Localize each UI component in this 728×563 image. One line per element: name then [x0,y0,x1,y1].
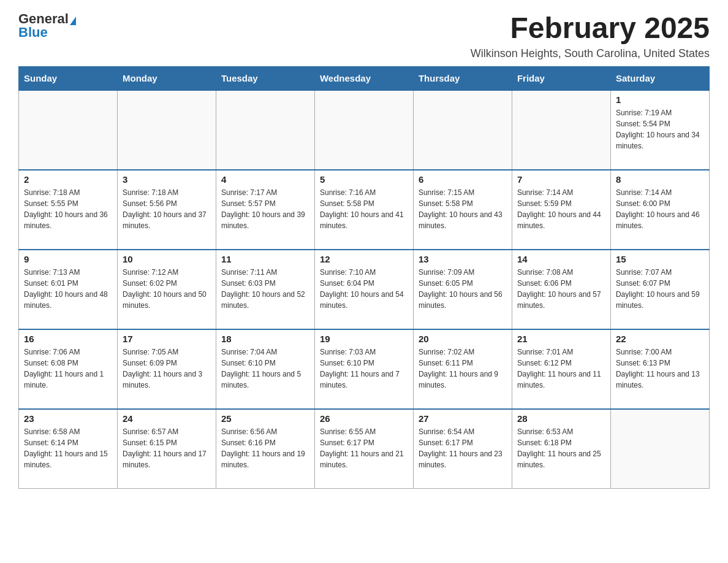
calendar-week-row: 16Sunrise: 7:06 AMSunset: 6:08 PMDayligh… [19,329,710,409]
calendar-day-cell: 26Sunrise: 6:55 AMSunset: 6:17 PMDayligh… [314,409,413,489]
day-number: 23 [24,413,112,424]
day-info: Sunrise: 7:05 AMSunset: 6:09 PMDaylight:… [123,347,211,391]
calendar-day-cell: 27Sunrise: 6:54 AMSunset: 6:17 PMDayligh… [413,409,512,489]
location-title: Wilkinson Heights, South Carolina, Unite… [471,47,710,60]
calendar-day-cell: 3Sunrise: 7:18 AMSunset: 5:56 PMDaylight… [117,170,216,250]
logo: General Blue [18,12,76,39]
calendar-week-row: 2Sunrise: 7:18 AMSunset: 5:55 PMDaylight… [19,170,710,250]
day-number: 22 [616,334,704,344]
day-info: Sunrise: 6:57 AMSunset: 6:15 PMDaylight:… [123,426,211,470]
day-info: Sunrise: 7:15 AMSunset: 5:58 PMDaylight:… [419,187,507,231]
day-info: Sunrise: 7:11 AMSunset: 6:03 PMDaylight:… [221,267,309,311]
calendar-day-cell: 8Sunrise: 7:14 AMSunset: 6:00 PMDaylight… [610,170,709,250]
calendar-table: SundayMondayTuesdayWednesdayThursdayFrid… [18,66,710,489]
day-number: 4 [221,174,309,185]
day-info: Sunrise: 7:09 AMSunset: 6:05 PMDaylight:… [419,267,507,311]
calendar-day-cell [512,90,610,170]
day-info: Sunrise: 7:14 AMSunset: 6:00 PMDaylight:… [616,187,704,231]
calendar-day-cell: 7Sunrise: 7:14 AMSunset: 5:59 PMDaylight… [512,170,610,250]
calendar-day-cell [19,90,118,170]
day-info: Sunrise: 7:04 AMSunset: 6:10 PMDaylight:… [221,347,309,391]
day-number: 14 [517,254,605,264]
calendar-day-cell: 16Sunrise: 7:06 AMSunset: 6:08 PMDayligh… [19,329,118,409]
day-info: Sunrise: 7:19 AMSunset: 5:54 PMDaylight:… [616,107,704,151]
day-number: 20 [419,334,507,344]
calendar-day-cell: 15Sunrise: 7:07 AMSunset: 6:07 PMDayligh… [610,250,709,329]
calendar-day-cell [216,90,314,170]
month-title: February 2025 [471,12,710,45]
calendar-day-cell: 19Sunrise: 7:03 AMSunset: 6:10 PMDayligh… [314,329,413,409]
day-number: 8 [616,174,704,185]
day-number: 26 [320,413,408,424]
calendar-day-cell: 1Sunrise: 7:19 AMSunset: 5:54 PMDaylight… [610,90,709,170]
calendar-day-cell: 22Sunrise: 7:00 AMSunset: 6:13 PMDayligh… [610,329,709,409]
day-number: 27 [419,413,507,424]
day-number: 18 [221,334,309,344]
calendar-week-row: 1Sunrise: 7:19 AMSunset: 5:54 PMDaylight… [19,90,710,170]
day-info: Sunrise: 6:56 AMSunset: 6:16 PMDaylight:… [221,426,309,470]
day-number: 28 [517,413,605,424]
day-info: Sunrise: 7:13 AMSunset: 6:01 PMDaylight:… [24,267,112,311]
calendar-day-cell: 13Sunrise: 7:09 AMSunset: 6:05 PMDayligh… [413,250,512,329]
calendar-day-cell: 5Sunrise: 7:16 AMSunset: 5:58 PMDaylight… [314,170,413,250]
calendar-day-cell: 9Sunrise: 7:13 AMSunset: 6:01 PMDaylight… [19,250,118,329]
calendar-day-cell: 6Sunrise: 7:15 AMSunset: 5:58 PMDaylight… [413,170,512,250]
day-number: 25 [221,413,309,424]
calendar-day-cell: 14Sunrise: 7:08 AMSunset: 6:06 PMDayligh… [512,250,610,329]
calendar-day-cell: 4Sunrise: 7:17 AMSunset: 5:57 PMDaylight… [216,170,314,250]
day-number: 16 [24,334,112,344]
logo-triangle-icon [70,17,76,25]
calendar-day-cell: 21Sunrise: 7:01 AMSunset: 6:12 PMDayligh… [512,329,610,409]
day-info: Sunrise: 7:16 AMSunset: 5:58 PMDaylight:… [320,187,408,231]
calendar-day-cell: 18Sunrise: 7:04 AMSunset: 6:10 PMDayligh… [216,329,314,409]
calendar-day-cell: 12Sunrise: 7:10 AMSunset: 6:04 PMDayligh… [314,250,413,329]
day-info: Sunrise: 7:14 AMSunset: 5:59 PMDaylight:… [517,187,605,231]
calendar-day-cell: 24Sunrise: 6:57 AMSunset: 6:15 PMDayligh… [117,409,216,489]
day-number: 5 [320,174,408,185]
day-number: 1 [616,94,704,105]
day-info: Sunrise: 7:01 AMSunset: 6:12 PMDaylight:… [517,347,605,391]
page-header: General Blue February 2025 Wilkinson Hei… [18,12,710,60]
day-info: Sunrise: 6:53 AMSunset: 6:18 PMDaylight:… [517,426,605,470]
day-number: 24 [123,413,211,424]
day-of-week-header: Thursday [413,66,512,90]
title-block: February 2025 Wilkinson Heights, South C… [471,12,710,60]
calendar-day-cell: 20Sunrise: 7:02 AMSunset: 6:11 PMDayligh… [413,329,512,409]
day-number: 2 [24,174,112,185]
calendar-day-cell: 2Sunrise: 7:18 AMSunset: 5:55 PMDaylight… [19,170,118,250]
calendar-day-cell: 28Sunrise: 6:53 AMSunset: 6:18 PMDayligh… [512,409,610,489]
day-info: Sunrise: 6:54 AMSunset: 6:17 PMDaylight:… [419,426,507,470]
calendar-day-cell: 11Sunrise: 7:11 AMSunset: 6:03 PMDayligh… [216,250,314,329]
day-info: Sunrise: 6:55 AMSunset: 6:17 PMDaylight:… [320,426,408,470]
day-number: 15 [616,254,704,264]
day-of-week-header: Tuesday [216,66,314,90]
calendar-day-cell [314,90,413,170]
day-info: Sunrise: 7:08 AMSunset: 6:06 PMDaylight:… [517,267,605,311]
day-info: Sunrise: 7:06 AMSunset: 6:08 PMDaylight:… [24,347,112,391]
day-info: Sunrise: 7:02 AMSunset: 6:11 PMDaylight:… [419,347,507,391]
day-number: 10 [123,254,211,264]
calendar-week-row: 23Sunrise: 6:58 AMSunset: 6:14 PMDayligh… [19,409,710,489]
day-number: 9 [24,254,112,264]
day-info: Sunrise: 7:07 AMSunset: 6:07 PMDaylight:… [616,267,704,311]
day-info: Sunrise: 7:18 AMSunset: 5:56 PMDaylight:… [123,187,211,231]
day-number: 19 [320,334,408,344]
day-number: 7 [517,174,605,185]
calendar-header-row: SundayMondayTuesdayWednesdayThursdayFrid… [19,66,710,90]
day-number: 3 [123,174,211,185]
day-number: 13 [419,254,507,264]
calendar-day-cell [117,90,216,170]
day-info: Sunrise: 7:00 AMSunset: 6:13 PMDaylight:… [616,347,704,391]
day-number: 12 [320,254,408,264]
day-number: 11 [221,254,309,264]
day-of-week-header: Wednesday [314,66,413,90]
logo-blue-text: Blue [18,26,48,39]
calendar-day-cell: 25Sunrise: 6:56 AMSunset: 6:16 PMDayligh… [216,409,314,489]
day-info: Sunrise: 7:03 AMSunset: 6:10 PMDaylight:… [320,347,408,391]
day-of-week-header: Monday [117,66,216,90]
day-info: Sunrise: 7:12 AMSunset: 6:02 PMDaylight:… [123,267,211,311]
day-number: 6 [419,174,507,185]
day-info: Sunrise: 7:10 AMSunset: 6:04 PMDaylight:… [320,267,408,311]
day-number: 21 [517,334,605,344]
day-of-week-header: Friday [512,66,610,90]
